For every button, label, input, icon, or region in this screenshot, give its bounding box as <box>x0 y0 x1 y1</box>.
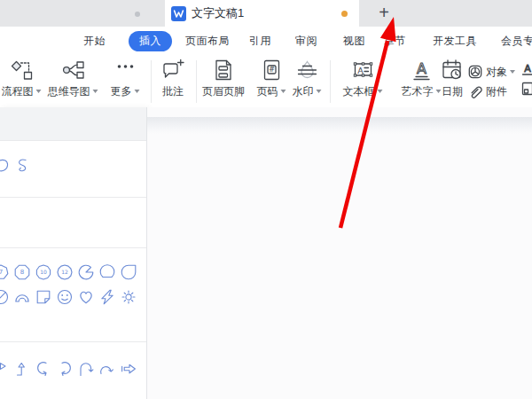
ribbon-tab-active[interactable]: 插入 <box>129 31 172 51</box>
object-button[interactable]: 对象 <box>468 62 515 82</box>
mindmap-button[interactable]: 思维导图 <box>48 57 98 99</box>
pie-shape[interactable] <box>77 263 95 281</box>
up-arrow-shape[interactable] <box>13 360 31 378</box>
curved-right-arrow-shape[interactable] <box>56 360 74 378</box>
sun-shape[interactable] <box>120 288 137 306</box>
document-tab[interactable]: 文字文稿1 <box>165 0 359 27</box>
panel-section-divider <box>0 197 147 198</box>
s-curve-shape[interactable] <box>13 157 31 175</box>
svg-text:A: A <box>357 66 364 75</box>
svg-text:7: 7 <box>0 269 3 276</box>
heptagon-shape[interactable]: 7 <box>0 263 10 281</box>
document-tab-title: 文字文稿1 <box>192 5 244 21</box>
text-box-button[interactable]: A文本框 <box>343 57 383 99</box>
wps-writer-icon <box>171 6 186 21</box>
chevron-down-icon <box>36 90 42 93</box>
ribbon-tab[interactable]: 视图 <box>343 27 365 55</box>
svg-text:A: A <box>417 60 426 77</box>
toolbar-item-label: 页码 <box>257 84 286 99</box>
ribbon-tab[interactable]: 开始 <box>83 27 106 55</box>
arc-shape[interactable] <box>13 288 31 306</box>
attachment-button[interactable]: 附件 <box>468 82 515 101</box>
toolbar-item-label: 日期 <box>441 84 464 99</box>
wordart-button[interactable]: A艺术字 <box>402 57 442 99</box>
page-number-button[interactable]: #页码 <box>257 57 286 99</box>
toolbar-item-label: 思维导图 <box>48 84 98 99</box>
no-symbol-shape[interactable] <box>0 288 10 306</box>
toolbar-item-label: 流程图 <box>2 84 42 99</box>
heart-shape[interactable] <box>77 288 95 306</box>
ribbon-tab[interactable]: 审阅 <box>295 27 317 55</box>
panel-section-divider <box>0 140 147 141</box>
tab-overflow-dot <box>135 12 140 17</box>
svg-text:A: A <box>524 63 531 74</box>
attachment-icon <box>468 84 482 98</box>
svg-text:12: 12 <box>61 269 68 275</box>
toolbar-separator <box>330 60 331 103</box>
ribbon-tab[interactable]: 页面布局 <box>185 27 230 55</box>
mindmap-icon <box>61 59 84 82</box>
toolbar-item-label: 水印 <box>293 84 322 99</box>
object-icon <box>468 65 482 79</box>
more-dots-button[interactable]: 更多 <box>111 57 140 99</box>
toolbar-stacked-group: 对象附件 <box>468 62 515 101</box>
text-box-icon: A <box>351 59 374 82</box>
chevron-down-icon <box>93 90 98 93</box>
svg-text:10: 10 <box>40 269 47 275</box>
freeform-scribble-shape[interactable] <box>0 157 10 175</box>
flowchart-icon <box>10 59 33 82</box>
insert-ribbon-toolbar: 流程图思维导图更多批注页眉页脚#页码水印A文本框A艺术字日期对象附件A <box>0 55 532 107</box>
date-button[interactable]: 日期 <box>441 57 464 99</box>
teardrop-shape[interactable] <box>120 263 137 281</box>
shape-gallery-row <box>0 288 137 306</box>
ribbon-tab[interactable]: 开发工具 <box>433 27 477 55</box>
ribbon-tab[interactable]: 引用 <box>249 27 271 55</box>
bent-up-arrow-shape[interactable] <box>0 360 10 378</box>
shapes-gallery-header <box>0 107 147 140</box>
shapes-gallery-panel: 781012 <box>0 107 147 399</box>
u-turn-arrow-shape[interactable] <box>77 360 95 378</box>
folded-corner-shape[interactable] <box>35 288 52 306</box>
octagon-shape[interactable]: 8 <box>13 263 31 281</box>
smiley-face-shape[interactable] <box>56 288 74 306</box>
page-icon[interactable] <box>521 82 532 101</box>
watermark-icon <box>295 59 318 82</box>
unsaved-indicator-dot <box>341 11 348 17</box>
toolbar-item-label: 附件 <box>486 84 507 99</box>
dodecagon-shape[interactable]: 12 <box>56 263 74 281</box>
svg-text:#: # <box>268 65 274 74</box>
more-dots-icon <box>113 59 137 82</box>
chevron-down-icon <box>317 90 322 93</box>
wordart-icon: A <box>410 59 433 82</box>
window-tab-bar: 文字文稿1 + <box>0 0 532 27</box>
lightning-bolt-shape[interactable] <box>98 288 116 306</box>
ribbon-tab[interactable]: 会员专享 <box>501 27 532 55</box>
date-icon <box>441 59 464 82</box>
loop-arrow-shape[interactable] <box>98 360 116 378</box>
toolbar-item-label: 艺术字 <box>402 84 442 99</box>
new-tab-button[interactable]: + <box>372 0 395 27</box>
document-canvas[interactable] <box>147 107 532 399</box>
panel-section-divider <box>0 341 147 342</box>
chevron-down-icon <box>281 90 286 93</box>
decagon-shape[interactable]: 10 <box>35 263 52 281</box>
chord-shape[interactable] <box>98 263 116 281</box>
shape-gallery-row <box>0 360 137 378</box>
ribbon-tab-row: 开始插入页面布局引用审阅视图章节开发工具会员专享 <box>0 27 532 55</box>
comment-add-icon <box>161 59 184 82</box>
curved-left-arrow-shape[interactable] <box>35 360 52 378</box>
toolbar-item-label: 文本框 <box>343 84 383 99</box>
header-footer-button[interactable]: 页眉页脚 <box>202 57 245 99</box>
document-top-shadow <box>147 117 532 134</box>
page-number-icon: # <box>260 59 283 82</box>
flowchart-button[interactable]: 流程图 <box>2 57 42 99</box>
toolbar-separator <box>196 60 197 103</box>
underlined-a-icon[interactable]: A <box>521 62 532 82</box>
ribbon-tab[interactable]: 章节 <box>384 27 406 55</box>
watermark-button[interactable]: 水印 <box>293 57 322 99</box>
notched-right-arrow-shape[interactable] <box>120 360 137 378</box>
toolbar-item-label: 页眉页脚 <box>202 84 245 99</box>
toolbar-separator <box>151 60 152 103</box>
comment-add-button[interactable]: 批注 <box>161 57 184 99</box>
shape-gallery-row <box>0 157 31 175</box>
